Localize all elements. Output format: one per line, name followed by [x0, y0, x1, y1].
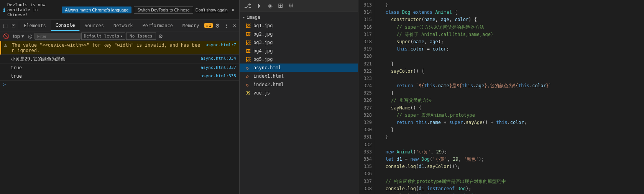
warning-entry-link[interactable]: async.html:7 [206, 42, 236, 47]
log2-link[interactable]: async.html:337 [200, 65, 236, 70]
filter-input[interactable] [34, 33, 80, 40]
tab-elements[interactable]: Elements [19, 20, 51, 31]
file-name2: bg2.jpg [253, 31, 273, 37]
jpg-icon4: 🖼 [246, 48, 252, 54]
ln-317: 317 [360, 31, 372, 38]
tab-performance[interactable]: Performance [138, 20, 178, 31]
no-issues-button[interactable]: No Issues [126, 33, 156, 40]
ln-326: 326 [360, 97, 372, 104]
ln-327: 327 [360, 104, 372, 112]
ln-335: 335 [360, 163, 372, 170]
code-lines: } class Dog extends Animal { constructor… [375, 0, 644, 194]
log3-link[interactable]: async.html:338 [200, 73, 236, 78]
ln-316: 316 [360, 24, 372, 31]
file-bg5[interactable]: 🖼 bg5.jpg [240, 55, 358, 64]
file-name8: index2.html [253, 82, 284, 87]
ln-318: 318 [360, 38, 372, 46]
git-icon-button[interactable]: ⎇ [243, 2, 253, 10]
code-line-338: console.log(d1 instanceof Dog); [380, 185, 644, 192]
tab-network[interactable]: Network [109, 20, 138, 31]
ln-333: 333 [360, 148, 372, 156]
tab-bar-right: ⚠ 1 ⚙ ⋮ × [203, 21, 239, 30]
console-settings-button[interactable]: ⚙ [157, 33, 165, 40]
devtools-panel: ℹ DevTools is now available in Chinese! … [0, 0, 240, 194]
code-line-328: // super 表示Animal.prototype [380, 112, 644, 119]
code-line-325: } [380, 90, 644, 97]
file-name: bg1.jpg [253, 23, 273, 28]
info-icon: ℹ [3, 7, 5, 13]
ln-338: 338 [360, 185, 372, 192]
ln-323: 323 [360, 75, 372, 82]
inspect-element-button[interactable]: ⬚ [2, 21, 9, 29]
warning-entry-text: The value "<<device-width>>" for key "wi… [12, 42, 203, 53]
console-toolbar: 🚫 top ▾ ◎ Default levels ▾ No Issues ⚙ [0, 31, 239, 41]
tab-console[interactable]: Console [51, 20, 80, 31]
devtools-banner: ℹ DevTools is now available in Chinese! … [0, 0, 239, 20]
tab-bar: ⬚ ⊡ Elements Console Sources Network Per… [0, 20, 239, 31]
console-context-button[interactable]: top ▾ [12, 33, 26, 40]
code-line-332 [380, 141, 644, 148]
ln-337: 337 [360, 178, 372, 185]
eye-icon-button[interactable]: ◎ [26, 33, 34, 40]
ln-322: 322 [360, 68, 372, 75]
file-panel: ⎇ ⏵ ◈ ⊞ ⚙ ▾ image 🖼 bg1.jpg 🖼 bg2.jpg 🖼 … [240, 0, 358, 194]
ln-334: 334 [360, 156, 372, 163]
debug-icon-button[interactable]: ⏵ [255, 2, 264, 10]
dont-show-again-button[interactable]: Don't show again [196, 8, 228, 12]
file-bg2[interactable]: 🖼 bg2.jpg [240, 30, 358, 38]
code-line-324: return `${this.name}是${this.age},它的颜色为${… [380, 82, 644, 90]
file-name9: vue.js [253, 90, 270, 96]
tab-sources[interactable]: Sources [80, 20, 109, 31]
clear-console-button[interactable]: 🚫 [2, 33, 11, 40]
file-name5: bg5.jpg [253, 57, 273, 62]
ln-330: 330 [360, 126, 372, 134]
code-line-314: class Dog extends Animal { [380, 9, 644, 16]
code-line-336 [380, 170, 644, 178]
switch-devtools-button[interactable]: Switch DevTools to Chinese [134, 6, 193, 14]
ln-320: 320 [360, 53, 372, 60]
code-line-326: // 重写父类的方法 [380, 97, 644, 104]
file-bg3[interactable]: 🖼 bg3.jpg [240, 38, 358, 47]
tab-memory[interactable]: Memory [178, 20, 203, 31]
panel-toolbar: ⎇ ⏵ ◈ ⊞ ⚙ [240, 0, 358, 11]
ln-321: 321 [360, 60, 372, 68]
code-line-322: sayColor() { [380, 68, 644, 75]
always-match-button[interactable]: Always match Chrome's language [62, 7, 131, 13]
console-prompt: > [0, 81, 239, 88]
warning-badge[interactable]: ⚠ 1 [204, 23, 213, 28]
prompt-arrow-icon: > [3, 82, 6, 87]
device-toolbar-button[interactable]: ⊡ [10, 21, 17, 29]
log1-link[interactable]: async.html:334 [200, 56, 236, 61]
log3-text: true [11, 73, 197, 79]
ln-315: 315 [360, 16, 372, 23]
levels-label: Default levels [84, 34, 120, 39]
layers-icon-button[interactable]: ⊞ [276, 2, 284, 10]
devtools-close-button[interactable]: × [232, 21, 238, 30]
jpg-icon5: 🖼 [246, 57, 252, 62]
banner-close-button[interactable]: × [230, 6, 236, 14]
ln-328: 328 [360, 112, 372, 119]
ln-319: 319 [360, 46, 372, 53]
file-bg4[interactable]: 🖼 bg4.jpg [240, 47, 358, 55]
file-bg1[interactable]: 🖼 bg1.jpg [240, 21, 358, 30]
code-line-320 [380, 53, 644, 60]
file-async-html[interactable]: ◇ async.html [240, 64, 358, 72]
code-line-337: // 构造函数的prototype属性是否出现在对象的原型链中 [380, 178, 644, 185]
default-levels-button[interactable]: Default levels ▾ [81, 33, 125, 40]
code-area: 313 314 315 316 317 318 319 320 321 322 … [358, 0, 644, 194]
devtools-more-button[interactable]: ⋮ [222, 21, 231, 30]
ln-325: 325 [360, 90, 372, 97]
chevron-down-icon2: ▾ [120, 34, 123, 39]
file-name3: bg3.jpg [253, 40, 273, 45]
console-entry-log2: true async.html:337 [0, 64, 239, 72]
warning-count: 1 [209, 23, 211, 28]
devtools-settings-button[interactable]: ⚙ [214, 21, 222, 30]
panel-settings-button[interactable]: ⚙ [287, 2, 295, 10]
folder-image[interactable]: ▾ image [240, 13, 358, 21]
file-index1-html[interactable]: ◇ index1.html [240, 72, 358, 80]
file-vue-js[interactable]: JS vue.js [240, 89, 358, 97]
file-name7: index1.html [253, 73, 284, 79]
file-index2-html[interactable]: ◇ index2.html [240, 80, 358, 89]
code-line-315: constructor(name, age, color) { [380, 16, 644, 23]
breakpoints-icon-button[interactable]: ◈ [266, 2, 274, 10]
